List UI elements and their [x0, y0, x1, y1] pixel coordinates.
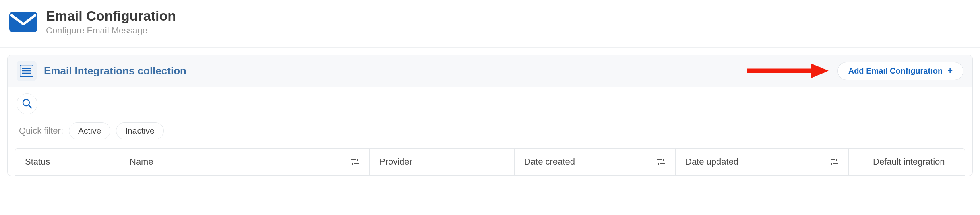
add-button-label: Add Email Configuration [848, 66, 943, 76]
svg-marker-6 [811, 64, 829, 78]
quick-filter-chip-active[interactable]: Active [69, 122, 110, 139]
panel-header-left: Email Integrations collection [17, 61, 186, 81]
column-header-name[interactable]: Name [120, 149, 370, 175]
list-icon [17, 61, 37, 81]
filter-icon[interactable] [830, 158, 839, 166]
column-header-default-integration[interactable]: Default integration [849, 149, 965, 175]
filter-icon[interactable] [657, 158, 666, 166]
panel-header: Email Integrations collection Add Email … [8, 55, 972, 87]
search-icon [22, 98, 32, 110]
filter-icon[interactable] [351, 158, 360, 166]
email-icon [8, 10, 39, 34]
column-label: Date created [524, 157, 575, 167]
panel-toolbar [8, 87, 972, 118]
quick-filter-row: Quick filter: Active Inactive [8, 118, 972, 148]
column-label: Name [130, 157, 153, 167]
column-label: Status [25, 157, 50, 167]
svg-line-8 [29, 105, 31, 108]
integrations-table: Status Name Provider Date created Date u… [8, 148, 972, 176]
svg-rect-0 [9, 12, 37, 32]
quick-filter-chip-inactive[interactable]: Inactive [116, 122, 163, 139]
column-label: Provider [379, 157, 412, 167]
plus-icon: + [947, 66, 953, 75]
column-label: Default integration [873, 157, 945, 167]
column-label: Date updated [685, 157, 738, 167]
quick-filter-label: Quick filter: [19, 126, 63, 136]
panel-header-right: Add Email Configuration + [745, 62, 963, 80]
column-header-provider[interactable]: Provider [370, 149, 515, 175]
page-subtitle: Configure Email Message [46, 25, 176, 36]
add-email-configuration-button[interactable]: Add Email Configuration + [837, 62, 963, 80]
column-header-status[interactable]: Status [15, 149, 120, 175]
email-integrations-panel: Email Integrations collection Add Email … [7, 55, 973, 176]
page-header-text: Email Configuration Configure Email Mess… [46, 8, 176, 36]
annotation-arrow-icon [745, 63, 829, 79]
column-header-date-created[interactable]: Date created [515, 149, 676, 175]
column-header-date-updated[interactable]: Date updated [676, 149, 849, 175]
page-title: Email Configuration [46, 8, 176, 24]
page-header: Email Configuration Configure Email Mess… [0, 0, 980, 48]
search-button[interactable] [17, 93, 37, 114]
table-header-row: Status Name Provider Date created Date u… [15, 148, 965, 176]
panel-title: Email Integrations collection [44, 65, 186, 77]
